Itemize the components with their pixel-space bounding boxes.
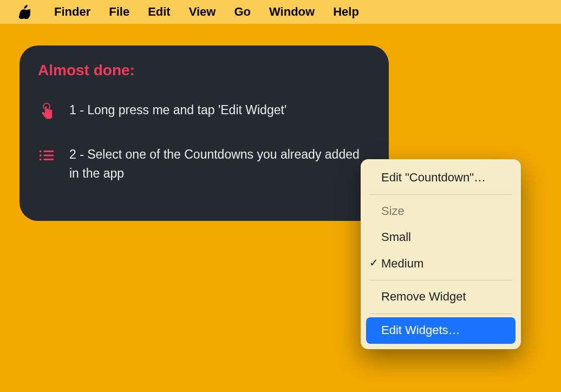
countdown-widget[interactable]: Almost done: 1 - Long press me and tap '… bbox=[19, 45, 389, 221]
menu-separator bbox=[369, 280, 512, 280]
checkmark-icon: ✓ bbox=[369, 256, 379, 270]
apple-logo-icon[interactable] bbox=[18, 5, 30, 19]
widget-step-1-text: 1 - Long press me and tap 'Edit Widget' bbox=[69, 101, 370, 120]
menu-item-size-small[interactable]: Small bbox=[366, 224, 516, 251]
widget-step-1: 1 - Long press me and tap 'Edit Widget' bbox=[38, 101, 370, 120]
menubar-item-help[interactable]: Help bbox=[333, 5, 359, 19]
list-bullets-icon bbox=[38, 145, 55, 165]
menu-item-remove-widget[interactable]: Remove Widget bbox=[366, 284, 516, 310]
menubar: Finder File Edit View Go Window Help bbox=[0, 0, 561, 24]
menubar-item-view[interactable]: View bbox=[189, 5, 216, 19]
menu-separator bbox=[369, 194, 512, 195]
menu-size-label: Size bbox=[366, 198, 516, 225]
menubar-app-name[interactable]: Finder bbox=[54, 5, 90, 19]
svg-rect-5 bbox=[43, 159, 54, 160]
menu-item-edit-countdown[interactable]: Edit "Countdown"… bbox=[366, 165, 516, 191]
widget-title: Almost done: bbox=[38, 62, 370, 79]
widget-step-2: 2 - Select one of the Countdowns you alr… bbox=[38, 145, 370, 182]
svg-point-0 bbox=[40, 151, 42, 153]
tap-hand-icon bbox=[38, 101, 55, 120]
widget-step-2-text: 2 - Select one of the Countdowns you alr… bbox=[69, 145, 370, 182]
menubar-item-file[interactable]: File bbox=[109, 5, 129, 19]
menu-item-size-medium[interactable]: ✓ Medium bbox=[366, 251, 516, 277]
menu-separator bbox=[369, 313, 512, 314]
menubar-item-window[interactable]: Window bbox=[269, 5, 315, 19]
menubar-item-edit[interactable]: Edit bbox=[148, 5, 171, 19]
svg-rect-3 bbox=[43, 155, 54, 156]
svg-rect-1 bbox=[43, 151, 54, 152]
svg-point-4 bbox=[40, 159, 42, 161]
menu-item-size-medium-label: Medium bbox=[381, 257, 423, 270]
menu-item-edit-widgets[interactable]: Edit Widgets… bbox=[366, 317, 516, 344]
widget-context-menu: Edit "Countdown"… Size Small ✓ Medium Re… bbox=[361, 159, 521, 349]
svg-point-2 bbox=[40, 154, 42, 156]
menubar-item-go[interactable]: Go bbox=[234, 5, 251, 19]
